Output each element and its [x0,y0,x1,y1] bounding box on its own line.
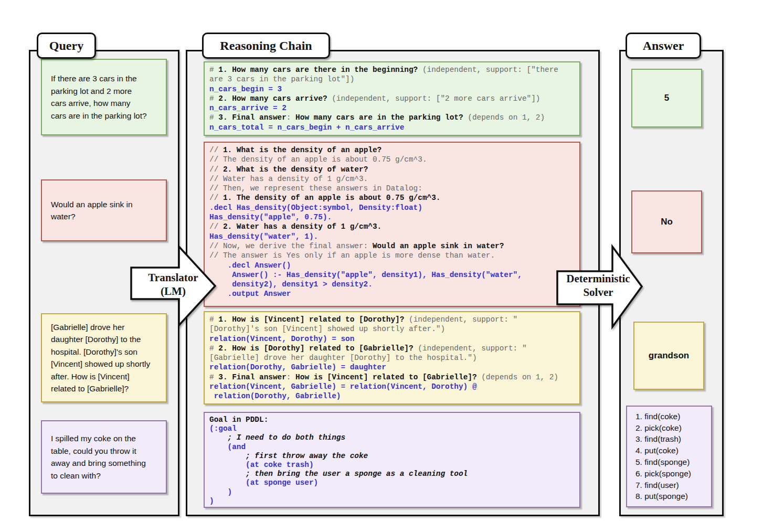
code-line: // 1. The density of an apple is about 0… [209,193,575,203]
code-line: (:goal [209,424,575,433]
answer-panel-title-text: Answer [643,39,684,52]
code-line: // 1. What is the density of an apple? [209,145,575,155]
code-line: # 3. Final answer: How is [Vincent] rela… [209,373,575,382]
code-line: Goal in PDDL: [209,416,575,424]
code-line: relation(Dorothy, Gabrielle) [209,391,575,401]
code-line: .output Answer [209,289,575,299]
code-line: ; first throw away the coke [209,452,575,461]
code-line: // Then, we represent these answers in D… [209,184,575,193]
code-line: ) [209,497,575,506]
answer-box-cars: 5 [631,69,702,127]
query-text-cars: If there are 3 cars in the parking lot a… [51,72,147,122]
code-line: [Gabrielle] drove her daughter [Dorothy]… [209,353,575,363]
code-line: are 3 cars in the parking lot"]) [209,75,575,84]
reasoning-block-apple: // 1. What is the density of an apple?//… [204,142,580,307]
code-line: // 2. What is the density of water? [209,165,575,174]
code-line: // Now, we derive the final answer: Woul… [209,241,575,251]
code-line: Has_density("water", 1). [209,232,575,241]
code-line: n_cars_begin = 3 [209,84,575,94]
code-line: # 1. How is [Vincent] related to [Doroth… [209,315,575,324]
query-box-cars: If there are 3 cars in the parking lot a… [41,59,167,135]
query-box-robot: I spilled my coke on the table, could yo… [41,420,167,494]
code-line: // Water has a density of 1 g/cm^3. [209,174,575,184]
code-line: # 1. How many cars are there in the begi… [209,65,575,75]
answer-box-kinship: grandson [633,322,704,390]
plan-step: 8. put(sponge) [635,491,688,502]
reasoning-block-robot: Goal in PDDL:(:goal ; I need to do both … [204,412,580,508]
code-line: relation(Vincent, Dorothy) = son [209,334,575,344]
answer-panel-title: Answer [626,33,701,59]
code-line: (at sponge user) [209,478,575,487]
query-text-robot: I spilled my coke on the table, could yo… [51,432,146,482]
figure-canvas: Query Reasoning Chain Answer If there ar… [0,0,763,532]
reasoning-block-cars: # 1. How many cars are there in the begi… [204,61,580,136]
answer-box-robot-plan: 1. find(coke)2. pick(coke)3. find(trash)… [626,406,712,507]
plan-step: 3. find(trash) [635,433,681,445]
code-line: ) [209,488,575,497]
code-line: ; then bring the user a sponge as a clea… [209,470,575,478]
answer-text-apple: No [661,217,673,227]
code-line: density2), density1 > density2. [209,280,575,289]
code-line: relation(Dorothy, Gabrielle) = daughter [209,363,575,372]
code-line: n_cars_total = n_cars_begin + n_cars_arr… [209,123,575,132]
code-line: [Dorothy]'s son [Vincent] showed up shor… [209,324,575,334]
plan-step: 1. find(coke) [635,411,680,422]
code-line: # 2. How many cars arrive? (independent,… [209,94,575,103]
deterministic-solver-arrow-label: Deterministic Solver [558,269,638,302]
query-panel-title: Query [37,33,96,59]
reasoning-block-kinship: # 1. How is [Vincent] related to [Doroth… [204,311,580,405]
answer-text-kinship: grandson [649,350,689,361]
code-line: n_cars_arrive = 2 [209,103,575,113]
code-line: (at coke trash) [209,461,575,470]
plan-step: 4. put(coke) [635,445,679,456]
code-line: // The answer is Yes only if an apple is… [209,251,575,260]
code-line: # 3. Final answer: How many cars are in … [209,113,575,122]
query-panel-title-text: Query [49,39,83,52]
code-line: Has_density("apple", 0.75). [209,212,575,222]
plan-step: 6. pick(sponge) [635,468,691,480]
code-line: // 2. Water has a density of 1 g/cm^3. [209,222,575,231]
code-line: # 2. How is [Dorothy] related to [Gabrie… [209,344,575,353]
answer-text-cars: 5 [664,93,669,103]
translator-arrow-label: Translator (LM) [137,269,209,300]
code-line: relation(Vincent, Gabrielle) = relation(… [209,382,575,391]
reasoning-chain-panel-title-text: Reasoning Chain [220,39,312,52]
query-text-apple: Would an apple sink in water? [51,198,133,223]
code-line: ; I need to do both things [209,433,575,442]
code-line: // The density of an apple is about 0.75… [209,155,575,164]
plan-step: 2. pick(coke) [635,422,682,434]
query-text-kinship: [Gabrielle] drove her daughter [Dorothy]… [51,321,150,395]
plan-step: 7. find(user) [635,480,679,491]
code-line: Answer() :- Has_density("apple", density… [209,270,575,280]
plan-step: 5. find(sponge) [635,456,690,468]
reasoning-chain-panel-title: Reasoning Chain [202,33,330,59]
code-line: (and [209,443,575,452]
query-box-apple: Would an apple sink in water? [41,179,167,241]
code-line: .decl Answer() [209,261,575,270]
code-line: .decl Has_density(Object:symbol, Density… [209,203,575,212]
